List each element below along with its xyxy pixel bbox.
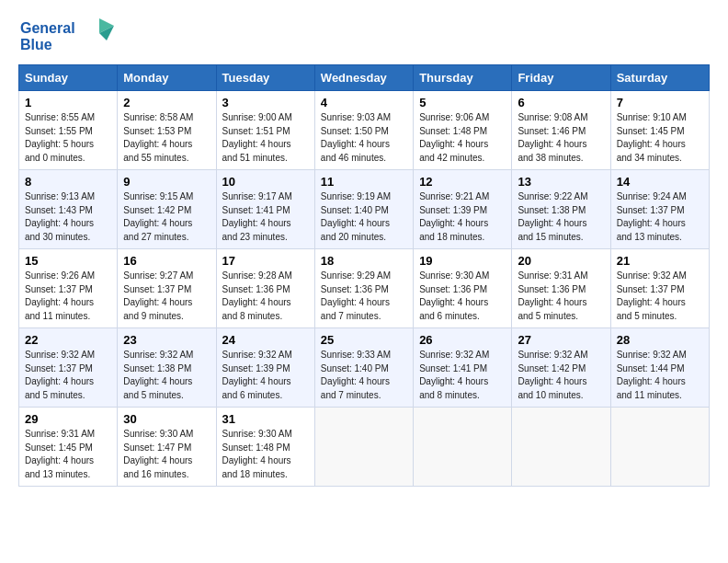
calendar-cell: 22Sunrise: 9:32 AMSunset: 1:37 PMDayligh… [19, 328, 118, 408]
calendar-cell: 26Sunrise: 9:32 AMSunset: 1:41 PMDayligh… [414, 328, 512, 408]
calendar-cell: 2Sunrise: 8:58 AMSunset: 1:53 PMDaylight… [118, 91, 216, 170]
day-info: Sunrise: 9:32 AMSunset: 1:37 PMDaylight:… [25, 349, 111, 402]
day-info: Sunrise: 9:19 AMSunset: 1:40 PMDaylight:… [321, 190, 407, 244]
calendar-cell: 19Sunrise: 9:30 AMSunset: 1:36 PMDayligh… [414, 249, 512, 328]
day-number: 31 [222, 412, 309, 426]
day-info: Sunrise: 8:55 AMSunset: 1:55 PMDaylight:… [25, 111, 111, 165]
header-day-wednesday: Wednesday [314, 65, 413, 91]
calendar-cell: 12Sunrise: 9:21 AMSunset: 1:39 PMDayligh… [414, 170, 512, 249]
day-number: 28 [617, 333, 703, 347]
day-info: Sunrise: 9:32 AMSunset: 1:39 PMDaylight:… [222, 349, 309, 402]
day-info: Sunrise: 9:17 AMSunset: 1:41 PMDaylight:… [222, 190, 309, 244]
day-number: 1 [25, 96, 111, 109]
day-number: 12 [419, 175, 506, 189]
calendar-week-1: 1Sunrise: 8:55 AMSunset: 1:55 PMDaylight… [19, 91, 710, 170]
day-info: Sunrise: 9:32 AMSunset: 1:38 PMDaylight:… [123, 349, 210, 402]
header-day-saturday: Saturday [610, 65, 709, 91]
day-info: Sunrise: 9:30 AMSunset: 1:48 PMDaylight:… [222, 428, 309, 481]
calendar-header: SundayMondayTuesdayWednesdayThursdayFrid… [19, 65, 710, 91]
calendar-cell: 13Sunrise: 9:22 AMSunset: 1:38 PMDayligh… [512, 170, 610, 249]
calendar-cell [314, 408, 413, 487]
day-info: Sunrise: 9:27 AMSunset: 1:37 PMDaylight:… [123, 270, 210, 323]
header-row: SundayMondayTuesdayWednesdayThursdayFrid… [19, 65, 710, 91]
calendar-cell: 14Sunrise: 9:24 AMSunset: 1:37 PMDayligh… [610, 170, 709, 249]
day-number: 17 [222, 254, 309, 268]
day-number: 3 [222, 96, 309, 109]
day-info: Sunrise: 9:32 AMSunset: 1:37 PMDaylight:… [617, 270, 703, 323]
day-info: Sunrise: 9:33 AMSunset: 1:40 PMDaylight:… [321, 349, 407, 402]
calendar-cell: 3Sunrise: 9:00 AMSunset: 1:51 PMDaylight… [216, 91, 314, 170]
calendar-cell: 7Sunrise: 9:10 AMSunset: 1:45 PMDaylight… [610, 91, 709, 170]
calendar-cell: 29Sunrise: 9:31 AMSunset: 1:45 PMDayligh… [19, 408, 118, 487]
calendar-cell: 15Sunrise: 9:26 AMSunset: 1:37 PMDayligh… [19, 249, 118, 328]
day-number: 9 [123, 175, 210, 189]
calendar-cell [414, 408, 512, 487]
logo: General Blue [18, 15, 119, 55]
day-number: 26 [419, 333, 506, 347]
day-info: Sunrise: 8:58 AMSunset: 1:53 PMDaylight:… [123, 111, 210, 165]
calendar-cell: 6Sunrise: 9:08 AMSunset: 1:46 PMDaylight… [512, 91, 610, 170]
day-info: Sunrise: 9:32 AMSunset: 1:41 PMDaylight:… [419, 349, 506, 402]
logo-svg: General Blue [18, 15, 119, 55]
page-header: General Blue [18, 15, 710, 55]
calendar-cell: 28Sunrise: 9:32 AMSunset: 1:44 PMDayligh… [610, 328, 709, 408]
day-number: 29 [25, 412, 111, 426]
header-day-sunday: Sunday [19, 65, 118, 91]
day-number: 27 [518, 333, 604, 347]
calendar-week-5: 29Sunrise: 9:31 AMSunset: 1:45 PMDayligh… [19, 408, 710, 487]
calendar-cell: 18Sunrise: 9:29 AMSunset: 1:36 PMDayligh… [314, 249, 413, 328]
calendar-cell: 20Sunrise: 9:31 AMSunset: 1:36 PMDayligh… [512, 249, 610, 328]
calendar-cell: 25Sunrise: 9:33 AMSunset: 1:40 PMDayligh… [314, 328, 413, 408]
calendar-cell: 11Sunrise: 9:19 AMSunset: 1:40 PMDayligh… [314, 170, 413, 249]
calendar-cell: 5Sunrise: 9:06 AMSunset: 1:48 PMDaylight… [414, 91, 512, 170]
header-day-monday: Monday [118, 65, 216, 91]
day-info: Sunrise: 9:08 AMSunset: 1:46 PMDaylight:… [518, 111, 604, 165]
header-day-friday: Friday [512, 65, 610, 91]
calendar-cell: 9Sunrise: 9:15 AMSunset: 1:42 PMDaylight… [118, 170, 216, 249]
day-number: 10 [222, 175, 309, 189]
day-number: 7 [617, 96, 703, 109]
calendar-cell: 21Sunrise: 9:32 AMSunset: 1:37 PMDayligh… [610, 249, 709, 328]
day-number: 8 [25, 175, 111, 189]
day-info: Sunrise: 9:31 AMSunset: 1:36 PMDaylight:… [518, 270, 604, 323]
calendar-cell: 30Sunrise: 9:30 AMSunset: 1:47 PMDayligh… [118, 408, 216, 487]
day-info: Sunrise: 9:31 AMSunset: 1:45 PMDaylight:… [25, 428, 111, 481]
day-number: 25 [321, 333, 407, 347]
day-number: 30 [123, 412, 210, 426]
day-info: Sunrise: 9:24 AMSunset: 1:37 PMDaylight:… [617, 190, 703, 244]
calendar-week-2: 8Sunrise: 9:13 AMSunset: 1:43 PMDaylight… [19, 170, 710, 249]
day-info: Sunrise: 9:13 AMSunset: 1:43 PMDaylight:… [25, 190, 111, 244]
day-number: 5 [419, 96, 506, 109]
day-info: Sunrise: 9:06 AMSunset: 1:48 PMDaylight:… [419, 111, 506, 165]
calendar-cell: 17Sunrise: 9:28 AMSunset: 1:36 PMDayligh… [216, 249, 314, 328]
calendar-cell: 16Sunrise: 9:27 AMSunset: 1:37 PMDayligh… [118, 249, 216, 328]
day-info: Sunrise: 9:29 AMSunset: 1:36 PMDaylight:… [321, 270, 407, 323]
day-info: Sunrise: 9:30 AMSunset: 1:47 PMDaylight:… [123, 428, 210, 481]
calendar-table: SundayMondayTuesdayWednesdayThursdayFrid… [18, 64, 710, 487]
calendar-cell: 27Sunrise: 9:32 AMSunset: 1:42 PMDayligh… [512, 328, 610, 408]
header-day-tuesday: Tuesday [216, 65, 314, 91]
day-number: 11 [321, 175, 407, 189]
calendar-cell: 4Sunrise: 9:03 AMSunset: 1:50 PMDaylight… [314, 91, 413, 170]
day-number: 2 [123, 96, 210, 109]
day-number: 13 [518, 175, 604, 189]
svg-text:Blue: Blue [20, 37, 52, 52]
day-info: Sunrise: 9:00 AMSunset: 1:51 PMDaylight:… [222, 111, 309, 165]
day-number: 19 [419, 254, 506, 268]
svg-text:General: General [20, 20, 75, 36]
calendar-cell: 1Sunrise: 8:55 AMSunset: 1:55 PMDaylight… [19, 91, 118, 170]
calendar-cell: 10Sunrise: 9:17 AMSunset: 1:41 PMDayligh… [216, 170, 314, 249]
day-info: Sunrise: 9:32 AMSunset: 1:44 PMDaylight:… [617, 349, 703, 402]
header-day-thursday: Thursday [414, 65, 512, 91]
day-info: Sunrise: 9:26 AMSunset: 1:37 PMDaylight:… [25, 270, 111, 323]
day-number: 23 [123, 333, 210, 347]
calendar-cell: 31Sunrise: 9:30 AMSunset: 1:48 PMDayligh… [216, 408, 314, 487]
calendar-cell [610, 408, 709, 487]
day-info: Sunrise: 9:22 AMSunset: 1:38 PMDaylight:… [518, 190, 604, 244]
day-number: 16 [123, 254, 210, 268]
calendar-cell: 8Sunrise: 9:13 AMSunset: 1:43 PMDaylight… [19, 170, 118, 249]
calendar-cell: 24Sunrise: 9:32 AMSunset: 1:39 PMDayligh… [216, 328, 314, 408]
day-number: 21 [617, 254, 703, 268]
day-number: 24 [222, 333, 309, 347]
day-number: 20 [518, 254, 604, 268]
